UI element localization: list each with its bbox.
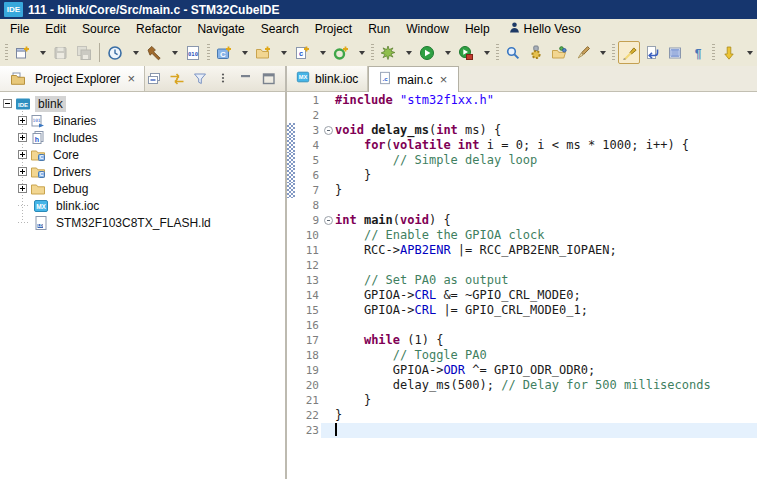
- last-edit-location-button[interactable]: [641, 41, 663, 64]
- menu-file[interactable]: File: [2, 20, 37, 38]
- fold-column: [321, 273, 335, 288]
- chevron-down-icon: [242, 51, 248, 55]
- code-line: 16: [287, 318, 757, 333]
- maximize-button[interactable]: [261, 71, 277, 87]
- quickdiff-ruler: [287, 108, 295, 123]
- fold-column: [321, 228, 335, 243]
- toolbar-group: 010: [104, 41, 204, 64]
- new-class-dropdown[interactable]: [353, 41, 368, 64]
- fold-column: [321, 108, 335, 123]
- code-text: // Toggle PA0: [335, 348, 757, 363]
- new-wizard-dropdown[interactable]: [34, 41, 49, 64]
- expand-icon[interactable]: [18, 184, 27, 193]
- block-selection-button[interactable]: [664, 41, 686, 64]
- debug-button[interactable]: [377, 41, 399, 64]
- quickdiff-ruler: [287, 333, 295, 348]
- tree-item-stm32f103c8tx-flash-ld[interactable]: LDSTM32F103C8TX_FLASH.ld: [0, 214, 285, 231]
- run-dropdown[interactable]: [439, 41, 454, 64]
- expand-icon[interactable]: [18, 150, 27, 159]
- tree-item-label: Drivers: [50, 164, 94, 180]
- collapse-all-button[interactable]: [146, 71, 162, 87]
- expand-icon[interactable]: [18, 167, 27, 176]
- menu-search[interactable]: Search: [253, 20, 307, 38]
- code-text: GPIOA->CRL &= ~GPIO_CRL_MODE0;: [335, 288, 757, 303]
- minimize-button[interactable]: [238, 71, 254, 87]
- fold-collapse-icon[interactable]: [324, 216, 333, 225]
- code-line: 6 }: [287, 168, 757, 183]
- editor-tab-blink-ioc[interactable]: MXblink.ioc: [287, 66, 368, 91]
- menu-source[interactable]: Source: [74, 20, 128, 38]
- show-whitespace-button[interactable]: ¶: [687, 41, 709, 64]
- new-c-project-dropdown[interactable]: [236, 41, 251, 64]
- close-icon[interactable]: ×: [438, 73, 450, 86]
- external-tools-button[interactable]: [455, 41, 477, 64]
- user-account[interactable]: Hello Veso: [508, 21, 581, 37]
- view-menu-button[interactable]: [215, 71, 231, 87]
- menu-edit[interactable]: Edit: [37, 20, 74, 38]
- target-status-dropdown[interactable]: [127, 41, 142, 64]
- mark-occurrences-button[interactable]: [618, 41, 640, 64]
- menu-window[interactable]: Window: [398, 20, 457, 38]
- line-number: 4: [295, 138, 321, 153]
- chevron-down-icon: [406, 51, 412, 55]
- line-number: 19: [295, 363, 321, 378]
- annotate-dropdown[interactable]: [594, 41, 609, 64]
- tree-item-includes[interactable]: hIncludes: [0, 129, 285, 146]
- menu-help[interactable]: Help: [457, 20, 498, 38]
- next-annotation-dropdown[interactable]: [741, 41, 756, 64]
- target-status-button[interactable]: [104, 41, 126, 64]
- menu-navigate[interactable]: Navigate: [189, 20, 252, 38]
- build-button[interactable]: [143, 41, 165, 64]
- external-tools-dropdown[interactable]: [478, 41, 493, 64]
- tree-item-label: Debug: [50, 181, 91, 197]
- fold-column: [321, 198, 335, 213]
- expand-icon[interactable]: [18, 133, 27, 142]
- annotate-button[interactable]: [571, 41, 593, 64]
- open-resource-button[interactable]: [548, 41, 570, 64]
- run-button[interactable]: [416, 41, 438, 64]
- collapse-icon[interactable]: [3, 99, 12, 108]
- new-project-dropdown[interactable]: [275, 41, 290, 64]
- code-line: 12: [287, 258, 757, 273]
- plugin-settings-button[interactable]: [525, 41, 547, 64]
- fold-column[interactable]: [321, 123, 335, 138]
- build-dropdown[interactable]: [166, 41, 181, 64]
- new-project-button[interactable]: [252, 41, 274, 64]
- fold-collapse-icon[interactable]: [324, 126, 333, 135]
- tree-item-drivers[interactable]: CDrivers: [0, 163, 285, 180]
- menu-project[interactable]: Project: [307, 20, 360, 38]
- new-c-file-dropdown[interactable]: [314, 41, 329, 64]
- expand-icon[interactable]: [18, 116, 27, 125]
- filter-button[interactable]: [192, 71, 208, 87]
- new-wizard-button[interactable]: [11, 41, 33, 64]
- binary-tools-icon: 010: [185, 45, 201, 61]
- menu-refactor[interactable]: Refactor: [128, 20, 189, 38]
- new-c-file-button[interactable]: c: [291, 41, 313, 64]
- tree-item-debug[interactable]: Debug: [0, 180, 285, 197]
- menu-run[interactable]: Run: [360, 20, 398, 38]
- code-line: 18 // Toggle PA0: [287, 348, 757, 363]
- editor-tab-main-c[interactable]: .cmain.c×: [368, 66, 459, 92]
- new-c-project-button[interactable]: C: [213, 41, 235, 64]
- next-annotation-button[interactable]: [718, 41, 740, 64]
- toolbar-separator: [612, 44, 615, 61]
- tree-item-blink-ioc[interactable]: MXblink.ioc: [0, 197, 285, 214]
- save-all-icon: [76, 45, 92, 61]
- svg-text:¶: ¶: [695, 46, 702, 60]
- binary-tools-button[interactable]: 010: [182, 41, 204, 64]
- tree-item-blink[interactable]: IDEblink: [0, 95, 285, 112]
- close-icon[interactable]: ×: [125, 72, 137, 85]
- new-class-button[interactable]: [330, 41, 352, 64]
- tree-item-binaries[interactable]: 101Binaries: [0, 112, 285, 129]
- last-edit-location-icon: [644, 45, 660, 61]
- code-line: 11 RCC->APB2ENR |= RCC_APB2ENR_IOPAEN;: [287, 243, 757, 258]
- link-with-editor-button[interactable]: [169, 71, 185, 87]
- search-button[interactable]: [502, 41, 524, 64]
- fold-column: [321, 183, 335, 198]
- code-editor[interactable]: 1#include "stm32f1xx.h"23void delay_ms(i…: [287, 92, 757, 479]
- fold-column[interactable]: [321, 213, 335, 228]
- tree-item-core[interactable]: CCore: [0, 146, 285, 163]
- line-number: 9: [295, 213, 321, 228]
- tab-project-explorer[interactable]: Project Explorer ×: [0, 66, 145, 91]
- debug-dropdown[interactable]: [400, 41, 415, 64]
